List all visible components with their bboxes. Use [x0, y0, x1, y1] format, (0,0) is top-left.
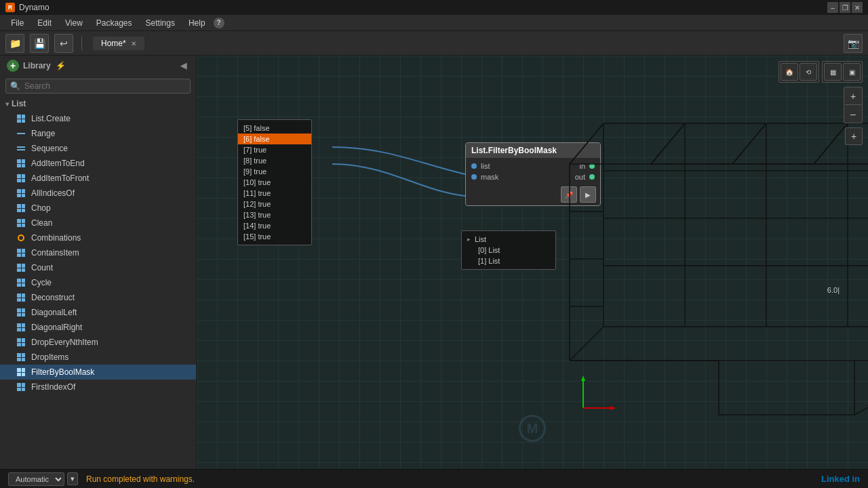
sidebar-item-diagonal-right[interactable]: DiagonalRight [0, 320, 196, 335]
sidebar-item-combinations[interactable]: Combinations [0, 230, 196, 245]
node-expand-button[interactable]: ▶ [580, 186, 596, 203]
diagonal-left-label: DiagonalLeft [31, 308, 77, 317]
window-controls: – ❐ ✕ [827, 2, 863, 13]
menu-view[interactable]: View [60, 17, 88, 29]
view-icon-button-1[interactable]: 🏠 [781, 63, 798, 81]
contains-item-icon [16, 248, 26, 258]
grid-button-2[interactable]: ▣ [843, 63, 861, 81]
toolbar: 📁 💾 ↩ Home* ✕ 📷 [0, 31, 868, 56]
sidebar-item-deconstruct[interactable]: Deconstruct [0, 290, 196, 305]
output-item-0: [0] List [478, 246, 500, 254]
add-item-to-front-label: AddItemToFront [31, 174, 89, 183]
view-controls: 🏠 ⟲ ▦ ▣ + – + [778, 61, 863, 145]
menu-edit[interactable]: Edit [32, 17, 57, 29]
sidebar-item-drop-items[interactable]: DropItems [0, 350, 196, 365]
drop-every-nth-label: DropEveryNthItem [31, 338, 98, 347]
bool-row-14: [14] true [238, 220, 311, 231]
menu-help[interactable]: Help [183, 17, 211, 29]
bool-row-12: [12] true [238, 199, 311, 209]
menu-settings[interactable]: Settings [140, 17, 180, 29]
output-row-0: [0] List [467, 245, 550, 256]
zoom-out-button[interactable]: – [844, 105, 862, 123]
undo-button[interactable]: ↩ [54, 34, 73, 53]
output-header: ▸ List [467, 234, 550, 245]
diagonal-right-label: DiagonalRight [31, 323, 82, 332]
range-icon [16, 129, 26, 138]
canvas[interactable]: [5] false [6] false [7] true [8] true [9… [197, 56, 868, 469]
output-popup: ▸ List [0] List [1] List [461, 230, 556, 270]
maximize-button[interactable]: ❐ [840, 2, 850, 13]
sidebar-item-sequence[interactable]: Sequence [0, 141, 196, 156]
bool-row-8: [8] true [238, 155, 311, 166]
expand-button[interactable]: ◀ [177, 60, 189, 72]
sidebar-item-count[interactable]: Count [0, 260, 196, 275]
search-box: 🔍 [5, 79, 191, 94]
sidebar-item-cycle[interactable]: Cycle [0, 275, 196, 290]
zoom-controls: + – [844, 87, 863, 123]
coordinate-label: 6.0| [827, 286, 840, 294]
node-pin-button[interactable]: 📌 [561, 186, 577, 203]
clean-label: Clean [31, 218, 52, 228]
search-input[interactable] [24, 81, 186, 91]
sidebar-item-diagonal-left[interactable]: DiagonalLeft [0, 305, 196, 320]
screenshot-button[interactable]: 📷 [844, 34, 863, 53]
menu-packages[interactable]: Packages [91, 17, 138, 29]
help-icon[interactable]: ? [214, 18, 224, 28]
minimize-button[interactable]: – [827, 2, 838, 13]
sidebar-item-chop[interactable]: Chop [0, 201, 196, 216]
node-outputs: in out [570, 158, 600, 185]
sidebar-item-range[interactable]: Range [0, 126, 196, 141]
sidebar-item-contains-item[interactable]: ContainsItem [0, 245, 196, 260]
tab-home[interactable]: Home* ✕ [93, 37, 144, 50]
port-in-label: in [579, 162, 585, 170]
sidebar-item-clean[interactable]: Clean [0, 216, 196, 230]
count-label: Count [31, 263, 53, 272]
search-icon: 🔍 [10, 81, 20, 91]
add-item-to-front-icon [16, 174, 26, 183]
grid-button-1[interactable]: ▦ [824, 63, 842, 81]
filter-by-bool-mask-node[interactable]: List.FilterByBoolMask list mask in [465, 142, 601, 206]
sidebar-item-list-create[interactable]: List.Create [0, 111, 196, 126]
svg-line-28 [651, 123, 685, 164]
port-out: out [575, 173, 595, 181]
run-arrow[interactable]: ▾ [67, 472, 78, 485]
tab-close-icon[interactable]: ✕ [131, 40, 136, 47]
save-button[interactable]: 💾 [30, 34, 49, 53]
library-title: Library [23, 61, 51, 70]
open-button[interactable]: 📁 [5, 34, 24, 53]
bool-row-10: [10] true [238, 177, 311, 188]
titlebar: R Dynamo – ❐ ✕ [0, 0, 868, 15]
app-icon: R [5, 3, 15, 12]
node-body: list mask in out [466, 158, 600, 185]
add-node-button[interactable]: + [7, 60, 19, 72]
list-section-header[interactable]: ▾ List [0, 96, 196, 111]
sequence-icon [16, 144, 26, 153]
sidebar-item-add-item-to-end[interactable]: AddItemToEnd [0, 156, 196, 171]
chop-label: Chop [31, 203, 51, 213]
close-button[interactable]: ✕ [852, 2, 863, 13]
lightning-button[interactable]: ⚡ [55, 60, 67, 72]
add-view-button[interactable]: + [845, 127, 863, 145]
sidebar-item-filter-by-bool-mask[interactable]: FilterByBoolMask [0, 365, 196, 380]
library-list: List.Create Range Sequence [0, 111, 196, 469]
sidebar-item-drop-every-nth-item[interactable]: DropEveryNthItem [0, 335, 196, 350]
drop-items-icon [16, 352, 26, 362]
contains-item-label: ContainsItem [31, 248, 79, 258]
run-selector: Automatic ▾ [8, 472, 78, 486]
run-mode-dropdown[interactable]: Automatic [8, 472, 64, 486]
all-indices-of-icon [16, 188, 26, 198]
linkedin-badge: Linked in [821, 474, 860, 484]
sidebar-item-add-item-to-front[interactable]: AddItemToFront [0, 171, 196, 186]
view-row-1: 🏠 ⟲ ▦ ▣ [778, 61, 863, 83]
watermark: M [519, 415, 546, 442]
sidebar-item-all-indices-of[interactable]: AllIndicesOf [0, 186, 196, 201]
expand-triangle: ▸ [467, 236, 471, 243]
range-label: Range [31, 129, 55, 138]
sidebar-item-first-index-of[interactable]: FirstIndexOf [0, 380, 196, 394]
zoom-in-button[interactable]: + [844, 87, 862, 105]
all-indices-of-label: AllIndicesOf [31, 188, 75, 198]
menu-file[interactable]: File [5, 17, 29, 29]
bool-row-7: [7] true [238, 144, 311, 155]
view-icon-button-2[interactable]: ⟲ [800, 63, 817, 81]
port-out-label: out [575, 173, 585, 181]
